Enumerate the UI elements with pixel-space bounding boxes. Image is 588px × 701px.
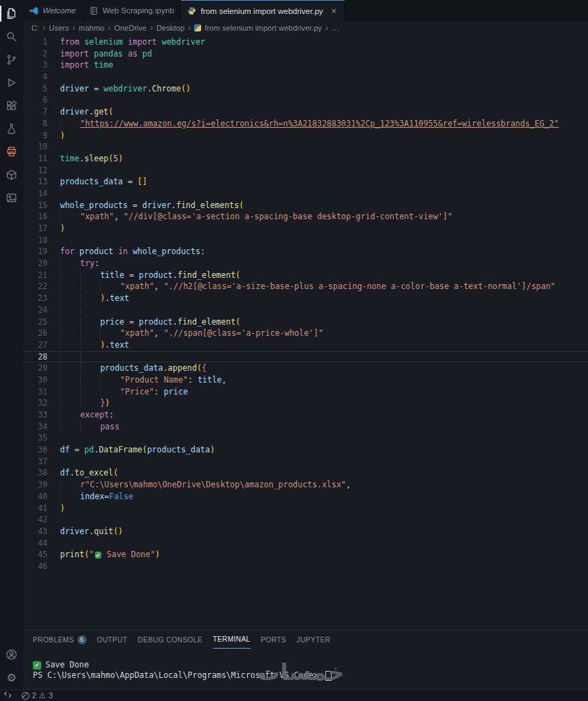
code-line[interactable]: 39 r"C:\Users\mahmo\OneDrive\Desktop\ama… xyxy=(23,479,588,491)
terminal[interactable]: ✔ Save Done PS C:\Users\mahmo\AppData\Lo… xyxy=(23,649,588,681)
line-number[interactable]: 46 xyxy=(23,561,60,573)
line-number[interactable]: 27 xyxy=(23,339,60,351)
code-line[interactable]: 7driver.get( xyxy=(23,106,588,118)
line-number[interactable]: 34 xyxy=(23,421,60,433)
line-number[interactable]: 8 xyxy=(23,118,60,130)
line-number[interactable]: 37 xyxy=(23,456,60,468)
code-line[interactable]: 8 "https://www.amazon.eg/s?i=electronics… xyxy=(23,118,588,130)
problems-status[interactable]: 2 ⚠ 3 xyxy=(22,691,53,700)
line-number[interactable]: 11 xyxy=(23,153,60,165)
activity-image-preview[interactable] xyxy=(0,186,23,209)
code-line[interactable]: 17) xyxy=(23,223,588,235)
line-number[interactable]: 10 xyxy=(23,141,60,153)
line-number[interactable]: 42 xyxy=(23,514,60,526)
code-line[interactable]: 16 "xpath", "//div[@class='a-section a-s… xyxy=(23,211,588,223)
activity-search[interactable] xyxy=(0,25,23,48)
code-line[interactable]: 28 xyxy=(23,351,588,363)
line-number[interactable]: 25 xyxy=(23,316,60,328)
breadcrumb[interactable]: C:›Users›mahmo›OneDrive›Desktop›from sel… xyxy=(23,21,588,35)
code-line[interactable]: 37 xyxy=(23,456,588,468)
code-line[interactable]: 15whole_products = driver.find_elements( xyxy=(23,200,588,212)
code-line[interactable]: 23 ).text xyxy=(23,293,588,304)
tab-webdriver-py[interactable]: from selenium import webdriver.py × xyxy=(181,0,344,21)
code-line[interactable]: 12 xyxy=(23,165,588,177)
code-line[interactable]: 19for product in whole_products: xyxy=(23,246,588,258)
activity-source-control[interactable] xyxy=(0,48,23,71)
line-number[interactable]: 7 xyxy=(23,106,60,118)
activity-settings[interactable]: ⚙ xyxy=(0,666,23,689)
line-number[interactable]: 4 xyxy=(23,71,60,83)
activity-testing[interactable] xyxy=(0,117,23,140)
line-number[interactable]: 24 xyxy=(23,304,60,316)
activity-extensions[interactable] xyxy=(0,94,23,117)
code-line[interactable]: 40 index=False xyxy=(23,491,588,503)
line-number[interactable]: 20 xyxy=(23,258,60,270)
line-number[interactable]: 23 xyxy=(23,293,60,304)
code-line[interactable]: 32 }) xyxy=(23,397,588,409)
code-line[interactable]: 36df = pd.DataFrame(products_data) xyxy=(23,444,588,456)
breadcrumb-item[interactable]: from selenium import webdriver.py xyxy=(205,24,322,32)
line-number[interactable]: 5 xyxy=(23,83,60,95)
panel-tab-output[interactable]: OUTPUT xyxy=(97,630,128,649)
activity-explorer[interactable] xyxy=(0,2,23,25)
code-line[interactable]: 43driver.quit() xyxy=(23,526,588,538)
activity-run-debug[interactable] xyxy=(0,71,23,94)
line-number[interactable]: 12 xyxy=(23,165,60,177)
code-line[interactable]: 26 "xpath", ".//span[@class='a-price-who… xyxy=(23,327,588,339)
code-line[interactable]: 20 try: xyxy=(23,258,588,270)
activity-printer[interactable] xyxy=(0,140,23,163)
breadcrumb-item[interactable]: … xyxy=(332,24,339,32)
line-number[interactable]: 44 xyxy=(23,538,60,549)
line-number[interactable]: 19 xyxy=(23,246,60,258)
code-line[interactable]: 9) xyxy=(23,130,588,142)
breadcrumb-item[interactable]: C: xyxy=(31,24,39,32)
code-line[interactable]: 14 xyxy=(23,188,588,200)
remote-indicator[interactable] xyxy=(3,691,12,700)
code-line[interactable]: 24 xyxy=(23,304,588,316)
close-icon[interactable]: × xyxy=(330,7,338,15)
code-line[interactable]: 41) xyxy=(23,503,588,515)
line-number[interactable]: 15 xyxy=(23,200,60,212)
line-number[interactable]: 21 xyxy=(23,270,60,281)
tab-welcome[interactable]: Welcome xyxy=(23,0,83,21)
line-number[interactable]: 33 xyxy=(23,409,60,421)
code-line[interactable]: 35 xyxy=(23,432,588,444)
line-number[interactable]: 35 xyxy=(23,432,60,444)
code-line[interactable]: 27 ).text xyxy=(23,339,588,351)
code-line[interactable]: 45print("✔ Save Done") xyxy=(23,549,588,561)
line-number[interactable]: 29 xyxy=(23,362,60,374)
code-line[interactable]: 29 products_data.append({ xyxy=(23,362,588,374)
line-number[interactable]: 2 xyxy=(23,48,60,60)
code-line[interactable]: 42 xyxy=(23,514,588,526)
code-line[interactable]: 2import pandas as pd xyxy=(23,48,588,60)
code-editor[interactable]: 1from selenium import webdriver2import p… xyxy=(23,35,588,630)
line-number[interactable]: 30 xyxy=(23,374,60,386)
code-line[interactable]: 13products_data = [] xyxy=(23,176,588,188)
line-number[interactable]: 45 xyxy=(23,549,60,561)
breadcrumb-item[interactable]: OneDrive xyxy=(114,24,146,32)
code-line[interactable]: 10 xyxy=(23,141,588,153)
code-line[interactable]: 30 "Product Name": title, xyxy=(23,374,588,386)
line-number[interactable]: 17 xyxy=(23,223,60,235)
line-number[interactable]: 9 xyxy=(23,130,60,142)
code-line[interactable]: 3import time xyxy=(23,59,588,71)
code-line[interactable]: 25 price = product.find_element( xyxy=(23,316,588,328)
code-line[interactable]: 6 xyxy=(23,94,588,106)
line-number[interactable]: 26 xyxy=(23,327,60,339)
breadcrumb-item[interactable]: mahmo xyxy=(79,24,105,32)
line-number[interactable]: 1 xyxy=(23,36,60,48)
line-number[interactable]: 14 xyxy=(23,188,60,200)
line-number[interactable]: 6 xyxy=(23,94,60,106)
code-line[interactable]: 1from selenium import webdriver xyxy=(23,36,588,48)
code-line[interactable]: 31 "Price": price xyxy=(23,386,588,398)
line-number[interactable]: 16 xyxy=(23,211,60,223)
activity-account[interactable] xyxy=(0,643,23,666)
code-line[interactable]: 38df.to_excel( xyxy=(23,467,588,479)
code-line[interactable]: 4 xyxy=(23,71,588,83)
code-line[interactable]: 22 "xpath", ".//h2[@class='a-size-base-p… xyxy=(23,281,588,293)
breadcrumb-item[interactable]: Desktop xyxy=(156,24,184,32)
line-number[interactable]: 36 xyxy=(23,444,60,456)
code-line[interactable]: 21 title = product.find_element( xyxy=(23,270,588,281)
panel-tab-terminal[interactable]: TERMINAL xyxy=(213,630,251,649)
code-line[interactable]: 18 xyxy=(23,235,588,246)
